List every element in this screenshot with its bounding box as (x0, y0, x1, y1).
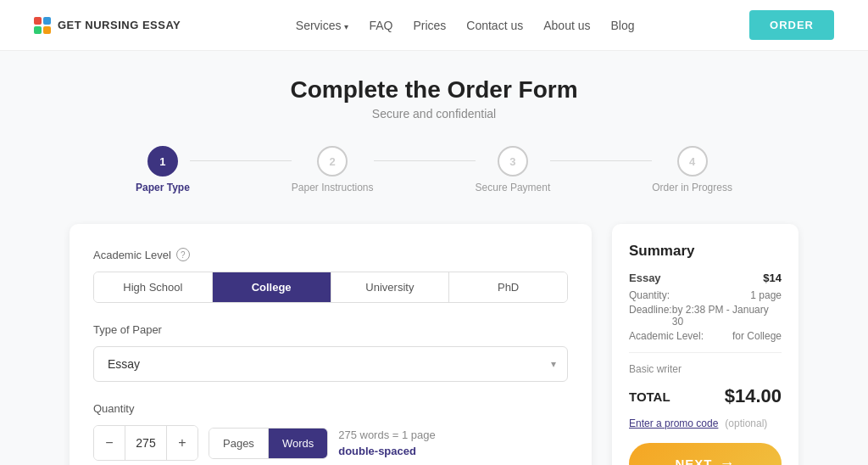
summary-academic-row: Academic Level: for College (629, 330, 782, 342)
promo-optional: (optional) (725, 417, 767, 429)
paper-type-label: Type of Paper (93, 323, 568, 336)
step-2: 2 Paper Instructions (292, 146, 374, 193)
writer-label: Basic writer (629, 363, 782, 375)
next-button[interactable]: NEXT → (629, 443, 782, 465)
summary-academic-value: for College (732, 330, 782, 342)
nav-about[interactable]: About us (543, 19, 590, 32)
header: GET NURSING ESSAY Services ▾ FAQ Prices … (0, 0, 868, 51)
academic-level-buttons: High School College University PhD (93, 272, 568, 303)
step-circle-4: 4 (677, 146, 708, 176)
summary-quantity-row: Quantity: 1 page (629, 289, 782, 301)
step-circle-2: 2 (317, 146, 348, 176)
promo-link[interactable]: Enter a promo code (629, 417, 718, 429)
step-label-1: Paper Type (136, 182, 190, 193)
next-label: NEXT (675, 457, 712, 465)
summary-deadline-value: by 2:38 PM - January 30 (672, 304, 782, 328)
step-line-3-4 (550, 160, 652, 161)
quantity-group: Quantity − 275 + Pages Words 275 words =… (93, 402, 568, 461)
paper-type-group: Type of Paper Essay Research Paper Term … (93, 323, 568, 382)
next-button-wrap: NEXT → (629, 443, 782, 465)
quantity-decrease-button[interactable]: − (94, 426, 125, 460)
paper-type-select-wrapper: Essay Research Paper Term Paper Coursewo… (93, 346, 568, 382)
total-value: $14.00 (725, 385, 782, 407)
nav-blog[interactable]: Blog (611, 19, 635, 32)
page-title: Complete the Order Form (34, 76, 834, 104)
logo-text: GET NURSING ESSAY (58, 19, 181, 31)
order-button[interactable]: ORDER (749, 10, 834, 40)
nav-services[interactable]: Services ▾ (296, 19, 349, 32)
quantity-row: − 275 + Pages Words 275 words = 1 page d… (93, 425, 568, 461)
step-circle-3: 3 (498, 146, 528, 176)
level-phd[interactable]: PhD (449, 272, 567, 302)
academic-level-label: Academic Level ? (93, 248, 568, 261)
chevron-down-icon: ▾ (344, 22, 348, 31)
summary-essay-row: Essay $14 (629, 272, 782, 284)
nav-faq[interactable]: FAQ (369, 19, 392, 32)
content-area: Academic Level ? High School College Uni… (70, 224, 798, 465)
total-row: TOTAL $14.00 (629, 385, 782, 407)
summary-essay-price: $14 (763, 272, 782, 284)
arrow-right-icon: → (720, 455, 736, 465)
summary-divider (629, 352, 782, 353)
step-circle-1: 1 (147, 146, 178, 176)
page-subtitle: Secure and confidential (34, 107, 834, 120)
summary-panel: Summary Essay $14 Quantity: 1 page Deadl… (612, 224, 798, 465)
quantity-value: 275 (125, 426, 167, 460)
summary-deadline-label: Deadline: (629, 304, 672, 328)
total-label: TOTAL (629, 389, 670, 404)
form-panel: Academic Level ? High School College Uni… (70, 224, 592, 465)
paper-type-select[interactable]: Essay Research Paper Term Paper Coursewo… (93, 346, 568, 382)
level-college[interactable]: College (213, 272, 331, 302)
summary-title: Summary (629, 243, 782, 260)
summary-essay-label: Essay (629, 272, 661, 284)
unit-words-button[interactable]: Words (269, 429, 327, 458)
unit-pages-button[interactable]: Pages (209, 429, 269, 458)
quantity-increase-button[interactable]: + (167, 426, 198, 460)
step-label-4: Order in Progress (652, 182, 732, 193)
logo: GET NURSING ESSAY (34, 17, 181, 34)
summary-quantity-value: 1 page (750, 289, 782, 301)
promo-row: Enter a promo code (optional) (629, 416, 782, 429)
main-content: Complete the Order Form Secure and confi… (0, 51, 868, 465)
quantity-label: Quantity (93, 402, 568, 415)
summary-quantity-label: Quantity: (629, 289, 670, 301)
step-4: 4 Order in Progress (652, 146, 732, 193)
unit-buttons: Pages Words (209, 428, 328, 459)
academic-level-group: Academic Level ? High School College Uni… (93, 248, 568, 303)
nav-prices[interactable]: Prices (413, 19, 446, 32)
step-3: 3 Secure Payment (476, 146, 551, 193)
quantity-info: 275 words = 1 page double-spaced (338, 427, 436, 460)
main-nav: Services ▾ FAQ Prices Contact us About u… (296, 19, 635, 32)
stepper: 1 Paper Type 2 Paper Instructions 3 Secu… (34, 146, 834, 193)
help-icon[interactable]: ? (176, 248, 190, 261)
step-1: 1 Paper Type (136, 146, 190, 193)
step-line-1-2 (190, 160, 292, 161)
summary-academic-label: Academic Level: (629, 330, 704, 342)
step-label-3: Secure Payment (476, 182, 551, 193)
logo-icon (34, 17, 51, 34)
level-university[interactable]: University (331, 272, 450, 302)
step-line-2-3 (374, 160, 476, 161)
step-label-2: Paper Instructions (292, 182, 374, 193)
quantity-stepper: − 275 + (93, 425, 198, 461)
nav-contact[interactable]: Contact us (466, 19, 523, 32)
level-high-school[interactable]: High School (94, 272, 213, 302)
summary-deadline-row: Deadline: by 2:38 PM - January 30 (629, 304, 782, 328)
